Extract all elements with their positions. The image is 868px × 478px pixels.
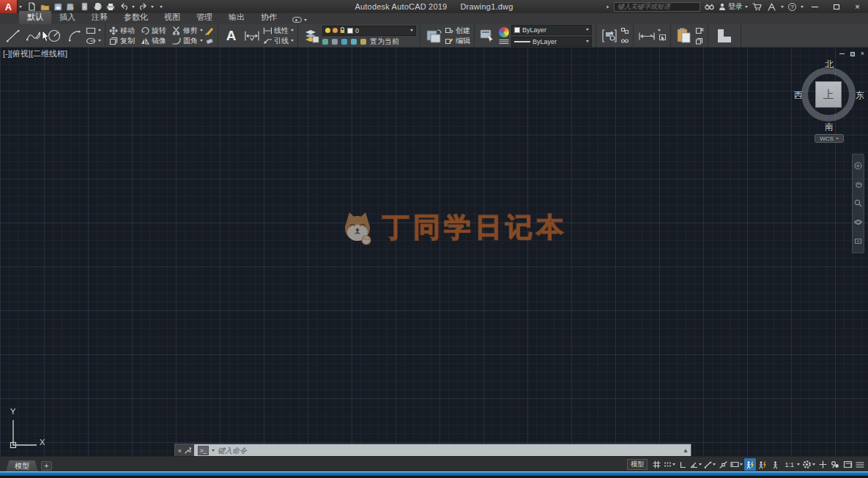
set-current-layer-button[interactable]: 置为当前	[370, 37, 399, 47]
dimension-tool[interactable]	[242, 26, 261, 46]
erase-icon[interactable]	[205, 37, 214, 45]
save-as-icon[interactable]	[66, 1, 76, 12]
viewcube-top-face[interactable]: 上	[815, 81, 842, 108]
create-block-tool[interactable]: 创建	[445, 26, 470, 35]
tab-annotate[interactable]: 注释	[84, 11, 116, 24]
new-file-icon[interactable]	[26, 1, 37, 12]
grid-toggle[interactable]	[650, 458, 662, 471]
qat-customize-caret-icon[interactable]	[160, 6, 163, 8]
mirror-tool[interactable]: 镜像	[141, 37, 166, 45]
tab-manage[interactable]: 管理	[188, 11, 220, 24]
full-navigation-wheel-icon[interactable]	[854, 162, 862, 170]
polar-tracking-toggle[interactable]	[689, 458, 702, 471]
maximize-button[interactable]	[826, 0, 847, 13]
close-button[interactable]: ×	[847, 0, 868, 13]
workspace-caret-icon[interactable]	[812, 463, 815, 466]
command-customize-wrench-icon[interactable]	[185, 447, 191, 454]
copy-tool[interactable]: 复制	[109, 37, 135, 45]
color-wheel-icon[interactable]	[499, 27, 509, 37]
rectangle-caret-icon[interactable]	[98, 29, 101, 31]
object-color-select[interactable]: ByLayer	[511, 25, 592, 35]
redo-icon[interactable]	[138, 1, 148, 12]
orbit-icon[interactable]	[854, 218, 862, 226]
command-prompt-caret-icon[interactable]	[212, 449, 215, 452]
ellipse-tool[interactable]	[86, 37, 101, 45]
search-input[interactable]	[614, 2, 700, 12]
polar-caret-icon[interactable]	[699, 463, 702, 466]
viewcube-east[interactable]: 东	[856, 89, 864, 102]
plot-icon[interactable]	[105, 1, 116, 12]
viewcube-south[interactable]: 南	[793, 121, 866, 133]
osnap-tracking-caret-icon[interactable]	[713, 463, 716, 466]
showmotion-icon[interactable]	[854, 237, 862, 245]
layer-isolate-tool-icon[interactable]	[332, 39, 338, 45]
measure-caret-icon[interactable]	[658, 29, 661, 31]
rectangle-tool[interactable]	[86, 26, 101, 35]
isolate-objects-toggle[interactable]	[829, 458, 841, 471]
command-input-area[interactable]: >_ 键入命令 ▲	[194, 444, 691, 457]
object-snap-tracking-toggle[interactable]	[703, 458, 716, 471]
tab-home[interactable]: 默认	[19, 11, 51, 24]
drawing-canvas[interactable]: [-][俯视][二维线框] × 上 北 南 西 东 WCS	[0, 47, 868, 456]
quick-select-icon[interactable]	[658, 33, 667, 42]
doc-close-button[interactable]: ×	[861, 51, 864, 57]
pan-icon[interactable]	[854, 181, 862, 189]
app-menu-button[interactable]: A	[0, 0, 18, 13]
annotation-visibility-toggle[interactable]	[744, 458, 756, 471]
annotation-scale-person-toggle[interactable]	[769, 458, 781, 471]
model-space-toggle[interactable]: 模型	[627, 459, 648, 470]
basepoint-tool[interactable]	[712, 26, 737, 46]
snap-toggle[interactable]	[663, 458, 676, 471]
help-icon[interactable]: ?	[788, 3, 796, 11]
trim-tool[interactable]: 修剪	[172, 26, 203, 35]
viewcube-north[interactable]: 北	[793, 59, 866, 71]
copy-clip-icon[interactable]	[695, 37, 704, 45]
layer-match-tool-icon[interactable]	[360, 39, 366, 45]
polyline-tool[interactable]	[24, 26, 42, 46]
command-close-icon[interactable]: ×	[178, 447, 182, 455]
edit-block-tool[interactable]: 编辑	[445, 37, 470, 45]
help-caret-icon[interactable]	[801, 6, 804, 8]
dynamic-input-caret-icon[interactable]	[740, 463, 743, 466]
object-snap-toggle[interactable]	[717, 458, 729, 471]
layer-select[interactable]: 0	[322, 26, 416, 36]
linear-dimension-tool[interactable]: 线性	[263, 26, 294, 35]
tab-insert[interactable]: 插入	[51, 11, 84, 24]
annotation-scale-value[interactable]: 1:1	[782, 458, 801, 471]
doc-restore-button[interactable]	[850, 52, 855, 56]
viewcube-west[interactable]: 西	[794, 89, 803, 102]
minimize-button[interactable]	[804, 0, 826, 13]
snap-caret-icon[interactable]	[672, 463, 675, 466]
list-lines-icon[interactable]	[499, 39, 509, 45]
save-icon[interactable]	[53, 1, 63, 12]
leader-caret-icon[interactable]	[291, 40, 294, 42]
group-tool[interactable]	[600, 26, 618, 46]
fillet-tool[interactable]: 圆角	[172, 37, 203, 45]
recent-commands-icon[interactable]: ▲	[683, 447, 689, 454]
mobile-upload-icon[interactable]	[79, 1, 89, 12]
ortho-toggle[interactable]	[677, 458, 689, 471]
measure-tool[interactable]	[637, 26, 656, 46]
viewcube[interactable]: 上 北 南 西 东	[793, 63, 866, 139]
annotation-scale-caret-icon[interactable]	[797, 463, 800, 466]
navigation-bar[interactable]	[852, 154, 864, 253]
command-prompt-button[interactable]: >_	[198, 446, 209, 455]
arc-tool[interactable]	[65, 26, 84, 46]
layer-properties-tool[interactable]	[302, 26, 320, 46]
lineweight-select[interactable]: ByLayer	[511, 37, 592, 47]
move-tool[interactable]: 移动	[109, 26, 135, 35]
open-from-web-icon[interactable]	[92, 1, 103, 12]
store-cart-icon[interactable]	[752, 3, 763, 11]
linear-caret-icon[interactable]	[291, 29, 294, 31]
viewport-controls[interactable]: [-][俯视][二维线框]	[3, 48, 67, 59]
rotate-tool[interactable]: 旋转	[141, 26, 166, 35]
wcs-menu[interactable]: WCS	[815, 134, 844, 143]
annotation-autoscale-toggle[interactable]	[757, 458, 768, 471]
tab-parametric[interactable]: 参数化	[116, 11, 156, 24]
trim-caret-icon[interactable]	[200, 29, 203, 31]
insert-block-tool[interactable]	[424, 26, 442, 46]
app-store-icon[interactable]	[767, 3, 776, 11]
dynamic-input-toggle[interactable]	[730, 458, 743, 471]
search-binoculars-icon[interactable]	[705, 3, 714, 10]
group-edit-icon[interactable]	[620, 37, 629, 45]
